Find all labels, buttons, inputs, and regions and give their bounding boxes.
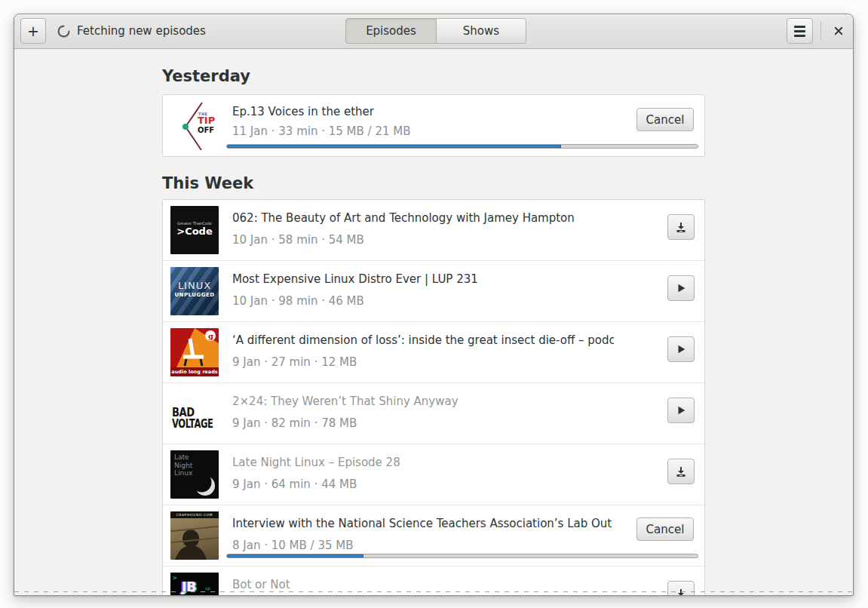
header-right-group [787, 18, 848, 44]
hamburger-icon [794, 26, 805, 28]
podcast-cover-audio-long-reads: g audio long reads [170, 328, 219, 376]
episode-row: Greater ThanCode >Code 062: The Beauty o… [163, 200, 704, 261]
download-episode-button[interactable] [667, 459, 695, 484]
section-title-this-week: This Week [162, 173, 705, 193]
add-podcast-button[interactable]: + [20, 18, 46, 44]
episode-meta: 9 Jan · 27 min · 12 MB [232, 355, 357, 369]
download-icon [675, 221, 687, 233]
this-week-card: Greater ThanCode >Code 062: The Beauty o… [162, 199, 705, 595]
episode-meta: 9 Jan · 82 min · 78 MB [232, 416, 357, 430]
scroll-undershoot-indicator [14, 591, 853, 592]
tab-episodes[interactable]: Episodes [345, 18, 437, 44]
episode-title: Late Night Linux – Episode 28 [232, 456, 614, 469]
episode-title: Interview with the National Science Teac… [232, 517, 614, 530]
episode-meta: 9 Jan · 64 min · 44 MB [232, 477, 357, 491]
episode-title: Most Expensive Linux Distro Ever | LUP 2… [232, 272, 614, 286]
play-icon [675, 282, 687, 294]
portrait-silhouette-graphic [170, 511, 219, 560]
episode-row: CRAPHOUND.COM Interview with the Nationa… [163, 505, 704, 567]
download-episode-button[interactable] [667, 214, 695, 240]
episode-meta: 11 Jan · 33 min · 15 MB / 21 MB [232, 124, 411, 138]
episodes-column: Yesterday THE TIP OFF Ep.13 Voices in th… [162, 48, 705, 595]
episode-title: ‘A different dimension of loss’: inside … [232, 333, 614, 347]
section-title-yesterday: Yesterday [162, 66, 705, 86]
spinner-icon [57, 25, 70, 38]
episodes-view: Yesterday THE TIP OFF Ep.13 Voices in th… [14, 48, 853, 595]
podcast-cover-craphound: CRAPHOUND.COM [170, 511, 219, 560]
download-progress-bar [226, 144, 698, 149]
episode-row: LINUX UNPLUGGED Most Expensive Linux Dis… [163, 261, 704, 322]
episode-meta: 8 Jan · 10 MB / 35 MB [232, 539, 354, 552]
episode-title: 062: The Beauty of Art and Technology wi… [232, 211, 614, 225]
episode-row: g audio long reads ‘A different dimensio… [163, 322, 704, 383]
podcast-cover-late-night-linux: Late Night Linux [170, 450, 219, 499]
podcast-cover-bad-voltage: BAD VOLTAGE [170, 389, 219, 438]
download-progress-bar [226, 554, 698, 558]
play-episode-button[interactable] [667, 275, 695, 301]
podcast-cover-greater-than-code: Greater ThanCode >Code [170, 206, 219, 254]
download-icon [675, 465, 687, 477]
episode-meta: 10 Jan · 98 min · 46 MB [232, 294, 364, 308]
episode-title: Bot or Not [232, 578, 614, 591]
podcast-cover-the-tip-off: THE TIP OFF [170, 102, 219, 150]
download-progress-fill [227, 145, 561, 148]
header-left-group: + Fetching new episodes [20, 18, 206, 44]
play-icon [675, 404, 687, 416]
podcast-cover-linux-unplugged: LINUX UNPLUGGED [170, 267, 219, 315]
episode-title: Ep.13 Voices in the ether [232, 105, 614, 118]
play-episode-button[interactable] [667, 336, 695, 362]
hamburger-menu-button[interactable] [787, 18, 813, 44]
episode-meta: 10 Jan · 58 min · 54 MB [232, 233, 364, 247]
play-episode-button[interactable] [667, 398, 695, 423]
play-icon [675, 343, 687, 355]
header-separator [820, 21, 821, 41]
svg-text:g: g [208, 332, 213, 340]
close-window-button[interactable] [829, 21, 848, 41]
view-switcher: Episodes Shows [345, 18, 526, 44]
yesterday-card: THE TIP OFF Ep.13 Voices in the ether 11… [162, 94, 705, 157]
episode-row: BAD VOLTAGE 2×24: They Weren’t That Shin… [163, 383, 704, 444]
episode-row: Late Night Linux Late Night Linux – Epis… [163, 444, 704, 505]
download-progress-fill [227, 554, 363, 557]
cancel-download-button[interactable]: Cancel [636, 108, 694, 131]
tab-shows[interactable]: Shows [436, 18, 526, 44]
episode-row: THE TIP OFF Ep.13 Voices in the ether 11… [163, 95, 704, 156]
header-bar: + Fetching new episodes Episodes Shows [14, 14, 853, 49]
download-episode-button[interactable] [667, 581, 695, 595]
app-window: + Fetching new episodes Episodes Shows [14, 14, 854, 596]
cancel-download-button[interactable]: Cancel [636, 517, 694, 541]
close-icon [833, 25, 844, 37]
status-text: Fetching new episodes [77, 24, 206, 38]
episode-title: 2×24: They Weren’t That Shiny Anyway [232, 395, 614, 408]
